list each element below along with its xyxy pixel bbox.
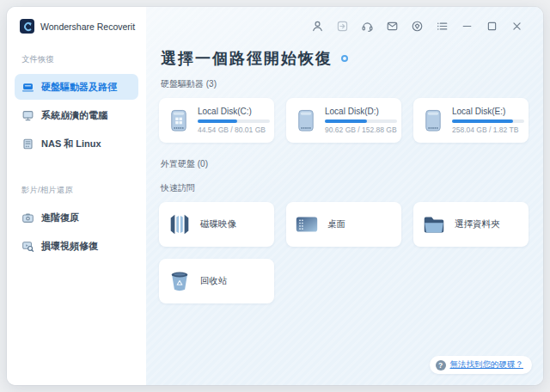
quick-card-desktop[interactable]: 桌面	[286, 202, 401, 247]
quick-card-disk-image[interactable]: 磁碟映像	[159, 202, 274, 247]
support-headset-icon[interactable]	[360, 19, 374, 33]
drive-card-d[interactable]: Local Disk(D:) 90.62 GB / 152.88 GB	[286, 98, 401, 143]
page-title: 選擇一個路徑開始恢復	[161, 48, 529, 69]
drive-size: 44.54 GB / 80.01 GB	[198, 126, 270, 134]
disk-image-icon	[167, 211, 192, 237]
feedback-mail-icon[interactable]	[385, 19, 399, 33]
quick-card-recycle-bin[interactable]: 回收站	[159, 259, 274, 303]
quick-card-label: 回收站	[200, 275, 228, 287]
logo-row: Wondershare Recoverit	[7, 19, 146, 34]
app-logo-icon	[20, 19, 34, 34]
sidebar-item-video-repair[interactable]: 損壞視頻修復	[15, 233, 138, 259]
maximize-button[interactable]	[485, 19, 498, 33]
drive-usage-bar	[325, 119, 397, 123]
hdd-cards-row: Local Disk(C:) 44.54 GB / 80.01 GB	[159, 98, 529, 143]
topbar	[159, 7, 529, 38]
sidebar-section-file-recovery: 文件恢復	[7, 34, 146, 71]
user-icon[interactable]	[310, 19, 324, 33]
minimize-button[interactable]	[460, 19, 474, 33]
drive-location-icon	[21, 81, 34, 94]
external-section-label: 外置硬盤 (0)	[161, 158, 529, 170]
drive-name: Local Disk(D:)	[325, 107, 397, 116]
sidebar-item-label: 損壞視頻修復	[41, 240, 98, 253]
sidebar-item-nas-linux[interactable]: NAS 和 Linux	[15, 131, 138, 156]
video-repair-icon	[21, 240, 34, 253]
membership-icon[interactable]	[410, 19, 424, 33]
quick-card-label: 選擇資料夾	[455, 218, 500, 230]
hard-drive-icon	[294, 109, 317, 132]
sidebar-item-crashed-computer[interactable]: 系統崩潰的電腦	[15, 102, 138, 128]
hard-drive-icon	[421, 109, 444, 132]
quick-cards-row-1: 磁碟映像 桌面	[159, 202, 529, 247]
drive-usage-bar	[198, 119, 270, 123]
loading-ring-icon	[341, 55, 348, 62]
drive-info: Local Disk(C:) 44.54 GB / 80.01 GB	[198, 107, 270, 134]
menu-list-icon[interactable]	[435, 19, 449, 33]
drive-name: Local Disk(E:)	[452, 107, 524, 116]
hard-drive-windows-icon	[167, 109, 190, 132]
recycle-bin-icon	[167, 268, 192, 294]
crashed-computer-icon	[21, 109, 34, 122]
quick-card-label: 磁碟映像	[200, 218, 236, 230]
sidebar-item-label: NAS 和 Linux	[41, 138, 101, 150]
main-panel: 選擇一個路徑開始恢復 硬盤驅動器 (3)	[146, 7, 543, 385]
choose-folder-icon	[421, 211, 447, 237]
nas-linux-icon	[21, 138, 34, 150]
quick-cards-row-2: 回收站	[159, 259, 529, 303]
question-icon: ?	[436, 360, 446, 371]
app-window: Wondershare Recoverit 文件恢復 硬盤驅動器及路徑 系統崩潰…	[7, 7, 543, 385]
drive-size: 258.04 GB / 1.82 TB	[452, 126, 524, 134]
sidebar-item-label: 系統崩潰的電腦	[41, 109, 107, 122]
page-title-text: 選擇一個路徑開始恢復	[161, 48, 333, 69]
drive-name: Local Disk(C:)	[198, 107, 270, 116]
drive-card-e[interactable]: Local Disk(E:) 258.04 GB / 1.82 TB	[413, 98, 529, 143]
hdd-section-label: 硬盤驅動器 (3)	[161, 78, 529, 90]
quick-access-label: 快速訪問	[161, 182, 529, 194]
drive-info: Local Disk(E:) 258.04 GB / 1.82 TB	[452, 107, 524, 134]
signin-icon[interactable]	[335, 19, 349, 33]
cant-find-drive-link: 無法找到您的硬碟？	[450, 359, 524, 371]
drive-usage-bar	[452, 119, 524, 123]
quick-card-label: 桌面	[327, 218, 345, 230]
close-button[interactable]	[510, 19, 523, 33]
help-chip[interactable]: ? 無法找到您的硬碟？	[430, 356, 533, 374]
sidebar-item-label: 硬盤驅動器及路徑	[41, 81, 117, 94]
drive-size: 90.62 GB / 152.88 GB	[325, 126, 397, 134]
sidebar: Wondershare Recoverit 文件恢復 硬盤驅動器及路徑 系統崩潰…	[7, 7, 146, 385]
desktop-icon	[294, 211, 320, 237]
quick-card-choose-folder[interactable]: 選擇資料夾	[413, 202, 529, 247]
sidebar-item-advanced-recovery[interactable]: 進階復原	[15, 205, 138, 230]
camera-icon	[21, 211, 34, 224]
app-title: Wondershare Recoverit	[40, 21, 135, 32]
sidebar-item-hdd-locations[interactable]: 硬盤驅動器及路徑	[15, 74, 138, 100]
drive-card-c[interactable]: Local Disk(C:) 44.54 GB / 80.01 GB	[159, 98, 274, 143]
sidebar-section-photo-video: 影片/相片還原	[7, 159, 146, 202]
sidebar-item-label: 進階復原	[41, 211, 79, 224]
drive-info: Local Disk(D:) 90.62 GB / 152.88 GB	[325, 107, 397, 134]
